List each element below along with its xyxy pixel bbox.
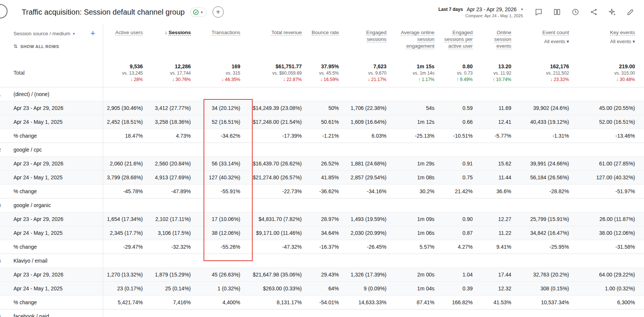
insights-button[interactable] (608, 8, 617, 17)
metric-cell-engaged-sessions-per-active-user: 0.91 (441, 157, 479, 170)
metric-cell-total-revenue: $14,249.39 (23.08%) (247, 101, 309, 115)
collapse-nav-button[interactable] (0, 4, 7, 18)
metric-cell-transactions: 45 (26.63%) (198, 268, 247, 281)
sparkle-icon (608, 8, 616, 16)
date-range-row: Apr 24 - May 1, 202523 (0.17%)25 (0.14%)… (0, 281, 644, 295)
total-change-value: ↓ 30.76% (172, 77, 191, 82)
metric-cell-bounce-rate: 28.97% (309, 212, 346, 226)
metric-cell-engaged-sessions-per-active-user: 0.75 (441, 171, 479, 184)
percent-change-label: % change (0, 240, 103, 254)
date-range-picker[interactable]: Last 7 days Apr 23 - Apr 29, 2026 ▾ Comp… (439, 6, 523, 18)
metric-cell-average-online-session-engagement: 5.57% (393, 240, 441, 254)
empty-cell (518, 254, 576, 267)
empty-cell (441, 87, 479, 101)
metric-cell-engaged-sessions: 1,881 (24.68%) (346, 157, 393, 170)
events-filter-dropdown[interactable]: All events ▾ (518, 38, 569, 45)
metric-cell-event-count: 56,184 (26.56%) (518, 171, 576, 184)
history-button[interactable] (571, 8, 580, 17)
empty-cell (346, 309, 393, 317)
metric-cell-engaged-sessions: 2,857 (29.54%) (346, 171, 393, 184)
total-cell-engaged-sessions-per-active-user: 0.80vs. 0.73↑ 9.49% (441, 59, 479, 87)
column-header-average-online-session-engagement[interactable]: Average online session engagement (393, 24, 441, 59)
date-range-value: Apr 23 - Apr 29, 2026 (467, 6, 517, 12)
percent-change-label: % change (0, 296, 103, 309)
metric-cell-online-session-events: 41.53% (479, 296, 518, 309)
total-change-value: ↓ 16.59% (320, 77, 339, 82)
empty-cell (309, 309, 346, 317)
total-vs-value: vs. 315.00 (614, 71, 635, 76)
column-header-engaged-sessions[interactable]: Engaged sessions (346, 24, 393, 59)
column-header-active-users[interactable]: Active users (103, 24, 150, 59)
metric-cell-active-users: 2,060 (21.6%) (103, 157, 150, 170)
metric-cell-bounce-rate: 41.85% (309, 171, 346, 184)
total-change-value: ↓ 22.87% (283, 77, 302, 82)
date-range-row: Apr 24 - May 1, 20253,799 (28.68%)4,913 … (0, 170, 644, 184)
column-header-key-events[interactable]: Key eventsAll events ▾ (576, 24, 644, 59)
data-quality-badge[interactable]: ▾ (190, 8, 207, 17)
metric-cell-average-online-session-engagement: 1m 29s (393, 157, 441, 170)
column-header-bounce-rate[interactable]: Bounce rate (309, 24, 346, 59)
column-header-engaged-sessions-per-active-user[interactable]: Engaged sessions per active user (441, 24, 479, 59)
share-button[interactable] (589, 8, 598, 17)
total-row: Total 9,536vs. 13,245↓ 28%12,286vs. 17,7… (0, 59, 644, 87)
total-vs-value: vs. 45.5% (319, 71, 339, 76)
metric-cell-transactions: 1 (0.32%) (198, 282, 247, 295)
metric-cell-sessions: -47.89% (150, 185, 198, 198)
edit-button[interactable] (626, 8, 635, 17)
dimension-cell: 2google / cpc (0, 143, 103, 156)
column-header-total-revenue[interactable]: Total revenue (247, 24, 309, 59)
empty-cell (103, 254, 150, 267)
events-filter-dropdown[interactable]: All events ▾ (576, 38, 635, 45)
column-header-online-session-events[interactable]: Online session events (479, 24, 518, 59)
metric-cell-average-online-session-engagement: 54s (393, 101, 441, 115)
metric-cell-engaged-sessions-per-active-user: 0.59 (441, 101, 479, 115)
metric-cell-engaged-sessions-per-active-user: 166.82% (441, 296, 479, 309)
chevron-down-icon: ▾ (73, 32, 75, 36)
empty-cell (198, 87, 247, 101)
empty-cell (393, 309, 441, 317)
date-range-label: Apr 23 - Apr 29, 2026 (0, 268, 103, 281)
metric-cell-total-revenue: 8,131.17% (247, 296, 309, 309)
empty-cell (441, 309, 479, 317)
add-secondary-dimension-button[interactable]: + (90, 29, 95, 38)
row-number: 4 (0, 258, 1, 264)
date-range-label: Apr 24 - May 1, 2025 (0, 171, 103, 184)
percent-change-label: % change (0, 129, 103, 143)
clock-icon (571, 8, 580, 16)
metric-cell-event-count: -28.82% (518, 185, 576, 198)
metric-cell-average-online-session-engagement: 87.41% (393, 296, 441, 309)
metric-cell-sessions: 3,106 (17.5%) (150, 226, 198, 240)
metric-cell-online-session-events: 12.27 (479, 212, 518, 226)
column-header-event-count[interactable]: Event countAll events ▾ (518, 24, 576, 59)
date-preset-label: Last 7 days (439, 7, 463, 12)
empty-cell (393, 143, 441, 156)
metric-cell-bounce-rate: -1.21% (309, 129, 346, 143)
metric-cell-average-online-session-engagement: 1m 06s (393, 226, 441, 240)
date-range-label: Apr 24 - May 1, 2025 (0, 226, 103, 240)
metric-cell-engaged-sessions: 1,493 (19.59%) (346, 212, 393, 226)
dimension-dropdown[interactable]: Session source / medium ▾ (13, 31, 75, 36)
metric-cell-transactions: 127 (40.32%) (198, 171, 247, 184)
empty-cell (103, 143, 150, 156)
metric-cell-event-count: 39,902 (24.6%) (518, 101, 576, 115)
empty-cell (441, 254, 479, 267)
dimension-row: 2google / cpc (0, 143, 644, 156)
metric-cell-engaged-sessions-per-active-user: 0.39 (441, 282, 479, 295)
comparisons-button[interactable] (553, 8, 562, 17)
total-change-value: ↑ 1.17% (418, 77, 434, 82)
show-all-rows-button[interactable]: ⇅ SHOW ALL ROWS (13, 44, 98, 49)
metric-cell-total-revenue: $16,439.70 (26.62%) (247, 157, 309, 170)
metric-cell-bounce-rate: 64% (309, 282, 346, 295)
note-button[interactable] (534, 8, 543, 17)
metric-cell-sessions: 1,879 (15.29%) (150, 268, 198, 281)
metric-cell-total-revenue: $17,248.00 (21.54%) (247, 115, 309, 129)
metric-cell-transactions: 34 (20.12%) (198, 101, 247, 115)
add-comparison-button[interactable]: + (213, 6, 224, 18)
column-header-transactions[interactable]: Transactions (198, 24, 247, 59)
metric-cell-engaged-sessions: 1,706 (22.38%) (346, 101, 393, 115)
empty-cell (198, 143, 247, 156)
total-change-value: ↑ 10.74% (493, 77, 511, 82)
metric-cell-total-revenue: -22.73% (247, 185, 309, 198)
column-header-sessions[interactable]: ↓ Sessions (150, 24, 198, 59)
metric-cell-online-session-events: 17.44 (479, 268, 518, 281)
